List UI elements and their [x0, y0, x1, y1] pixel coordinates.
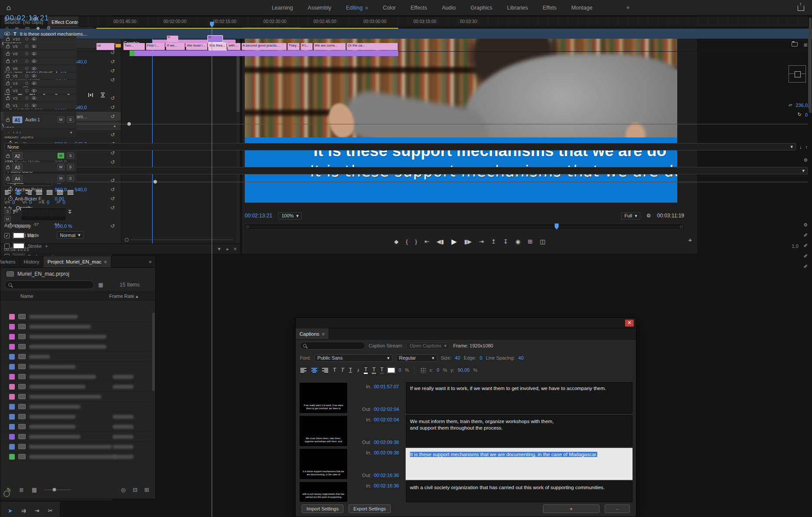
export-share-icon[interactable] [798, 6, 804, 11]
workspace-tab-audio[interactable]: Audio [442, 5, 456, 11]
audio1-automation-row[interactable]: ◦‹ ○ ›▾ [3, 128, 77, 137]
track-target-toggle[interactable] [25, 74, 28, 77]
shadow-eyedropper-icon[interactable]: ✐ [804, 264, 808, 270]
underline-button[interactable]: T [349, 367, 353, 373]
project-item[interactable] [0, 442, 152, 452]
track-visibility-toggle[interactable] [32, 52, 36, 55]
mute-button[interactable]: M [57, 175, 64, 181]
track-visibility-toggle[interactable] [32, 37, 36, 40]
track-target-toggle[interactable] [25, 60, 28, 63]
clip-marker[interactable] [116, 44, 121, 47]
project-item[interactable] [0, 412, 152, 422]
lock-icon[interactable] [6, 155, 10, 158]
track-header-a1[interactable]: A1Audio 1MS [3, 112, 77, 127]
caption-font-dropdown[interactable]: Public Sans▾ [314, 354, 393, 362]
align-text-right-button[interactable] [322, 367, 329, 373]
track-header-a3[interactable]: A3MS [3, 162, 77, 172]
style-download-icon[interactable]: ↓ [799, 144, 802, 150]
track-header-a2[interactable]: A2MS [3, 151, 77, 160]
thumbnail-zoom-slider[interactable] [45, 490, 71, 490]
y-value[interactable]: 90,05 [458, 367, 470, 373]
lock-icon[interactable] [6, 90, 10, 93]
caption-text[interactable]: If we really want it to work, if we want… [406, 382, 632, 414]
size-value[interactable]: 40 [455, 355, 460, 360]
label-color-chip[interactable] [9, 414, 15, 420]
align-text-center-button[interactable] [311, 367, 318, 373]
label-color-chip[interactable] [9, 344, 15, 350]
track-target-toggle[interactable] [25, 89, 28, 92]
justify-last-right-button[interactable] [57, 190, 63, 195]
track-target-toggle[interactable] [25, 37, 28, 40]
project-item[interactable] [0, 352, 152, 362]
label-color-chip[interactable] [9, 354, 15, 360]
stroke-color-swatch[interactable] [13, 243, 24, 249]
audio-sync-clip[interactable] [130, 50, 134, 56]
lock-icon[interactable] [6, 97, 10, 100]
solo-button[interactable]: S [67, 175, 74, 181]
track-visibility-toggle[interactable] [32, 60, 36, 63]
background-color-button[interactable]: T [380, 367, 384, 374]
search-input[interactable] [5, 280, 94, 289]
label-color-chip[interactable] [9, 384, 15, 390]
caption-style-dropdown[interactable]: Regular▾ [396, 354, 437, 362]
mute-button[interactable]: M [57, 117, 64, 123]
lock-icon[interactable] [6, 75, 10, 78]
style-upload-icon[interactable]: ↑ [805, 144, 808, 150]
in-timecode[interactable]: 00:02:02:04 [374, 417, 399, 422]
caption-text[interactable]: We must inform them, train them, organiz… [406, 415, 632, 447]
caption-text[interactable]: It is these support mechanisms that we a… [406, 448, 632, 480]
workspace-tab-montage[interactable]: Montage [571, 5, 592, 11]
layer-item[interactable]: T It is these support mechanisms… [0, 29, 812, 39]
track-target-toggle[interactable] [25, 67, 28, 70]
in-timecode[interactable]: 00:01:57:07 [374, 384, 399, 389]
label-color-chip[interactable] [9, 424, 15, 430]
workspace-tab-libraries[interactable]: Libraries [507, 5, 528, 11]
track-visibility-toggle[interactable] [32, 74, 36, 77]
track-header-v1[interactable]: V1 [3, 102, 77, 109]
mute-button[interactable]: M [57, 164, 64, 170]
track-header-v7[interactable]: V7 [3, 58, 77, 64]
label-color-chip[interactable] [9, 314, 15, 320]
track-target-toggle[interactable] [25, 45, 28, 48]
lock-icon[interactable] [6, 167, 10, 169]
lock-icon[interactable] [6, 60, 10, 63]
timeline-clip[interactable]: fx [167, 36, 178, 42]
project-item[interactable] [0, 362, 152, 372]
project-item[interactable] [0, 342, 152, 352]
timeline-ruler[interactable]: 00:01:45:0000:02:00:0000:02:15:0000:02:3… [78, 17, 808, 27]
align-text-right-button[interactable] [25, 190, 32, 195]
edge-color-button[interactable]: T [372, 367, 376, 374]
track-visibility-toggle[interactable] [32, 45, 36, 48]
justify-all-button[interactable] [67, 190, 74, 195]
label-color-chip[interactable] [9, 324, 15, 330]
project-item[interactable] [0, 422, 152, 432]
align-text-center-button[interactable] [15, 190, 22, 195]
new-folder-icon[interactable] [792, 42, 798, 47]
workspace-tab-learning[interactable]: Learning [272, 5, 293, 11]
track-header-a4[interactable]: A4MS [3, 173, 77, 183]
distribute-v-icon[interactable] [100, 92, 106, 98]
project-item[interactable] [0, 322, 152, 332]
appearance-wrench-icon[interactable]: ⚙ [803, 222, 808, 228]
workspace-menu-icon[interactable]: ≡ [365, 5, 368, 10]
in-timecode[interactable]: 00:02:09:38 [374, 450, 399, 455]
scrollbar[interactable] [808, 35, 811, 109]
label-color-chip[interactable] [9, 444, 15, 450]
caption-text[interactable]: with a civil society organization that h… [406, 481, 632, 502]
solo-button[interactable]: S [67, 153, 74, 159]
label-color-chip[interactable] [9, 434, 15, 440]
tracking-field[interactable]: V∕A0 [4, 200, 15, 205]
timeline-clip[interactable]: fx [208, 36, 223, 42]
track-header-v10[interactable]: V10 [3, 36, 77, 42]
track-header-v3[interactable]: V3 [3, 87, 77, 94]
graphics-clip-band[interactable] [130, 50, 398, 56]
remove-caption-button[interactable]: - [605, 504, 630, 513]
transform-extra-value[interactable]: 236,0 [795, 103, 808, 108]
panel-overflow-icon[interactable]: » [145, 256, 155, 267]
track-chip[interactable]: A4 [12, 175, 23, 182]
label-color-chip[interactable] [9, 404, 15, 410]
out-timecode[interactable]: 00:02:02:04 [374, 407, 399, 412]
solo-button[interactable]: S [67, 164, 74, 170]
track-chip[interactable]: A1 [12, 116, 23, 123]
project-item[interactable] [0, 452, 152, 462]
